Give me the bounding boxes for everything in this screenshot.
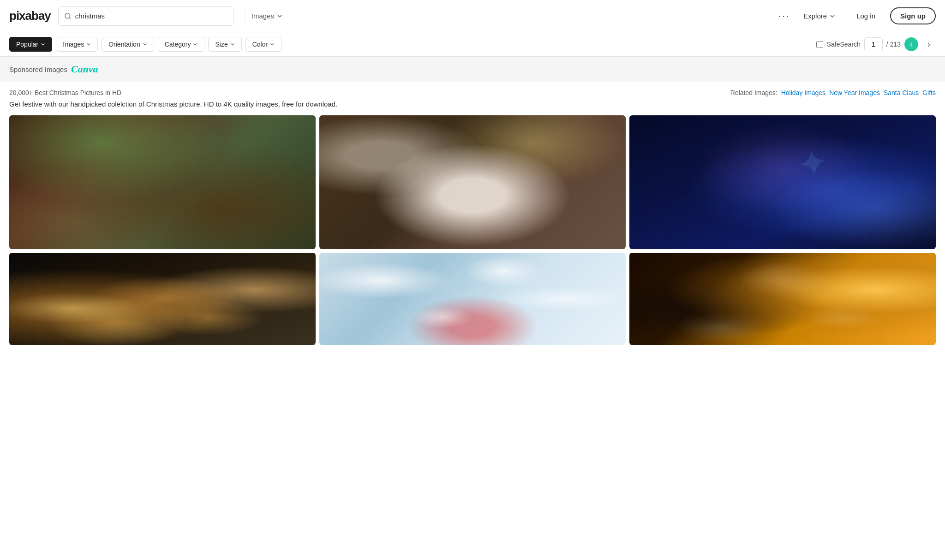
sponsored-bar: Sponsored Images Canva: [0, 57, 945, 82]
more-options-button[interactable]: ···: [778, 10, 789, 22]
filter-size[interactable]: Size: [208, 37, 241, 52]
search-icon: [64, 12, 72, 20]
image-thumbnail-5: [319, 253, 626, 345]
related-images-area: Related Images: Holiday Images New Year …: [730, 89, 936, 96]
media-type-button[interactable]: Images: [245, 8, 289, 24]
chevron-down-icon: [41, 42, 45, 47]
image-card-4[interactable]: [9, 253, 316, 345]
image-card-2[interactable]: [319, 115, 626, 249]
filter-images[interactable]: Images: [56, 37, 98, 52]
content-area: 20,000+ Best Christmas Pictures in HD Re…: [0, 82, 945, 352]
logo[interactable]: pixabay: [9, 9, 51, 23]
content-meta: 20,000+ Best Christmas Pictures in HD Re…: [9, 89, 936, 96]
filter-color[interactable]: Color: [245, 37, 281, 52]
search-bar: [58, 6, 233, 26]
chevron-down-icon: [830, 13, 835, 19]
filter-orientation[interactable]: Orientation: [102, 37, 154, 52]
safesearch-label: SafeSearch: [827, 41, 861, 48]
image-thumbnail-3: [629, 115, 936, 249]
safesearch-area: SafeSearch: [816, 41, 861, 48]
page-total: / 213: [886, 41, 901, 48]
content-title: 20,000+ Best Christmas Pictures in HD: [9, 89, 121, 96]
page-number-input[interactable]: [864, 37, 883, 51]
safesearch-checkbox[interactable]: [816, 41, 823, 48]
search-input[interactable]: [75, 12, 227, 20]
login-button[interactable]: Log in: [849, 8, 883, 24]
image-card-5[interactable]: [319, 253, 626, 345]
sponsored-label: Sponsored Images: [9, 66, 67, 73]
image-grid: [9, 115, 936, 345]
chevron-down-icon: [193, 42, 197, 47]
related-label: Related Images:: [730, 89, 778, 96]
image-card-1[interactable]: [9, 115, 316, 249]
related-link-holiday[interactable]: Holiday Images: [781, 89, 826, 96]
image-thumbnail-6: [629, 253, 936, 345]
chevron-down-icon: [86, 42, 91, 47]
chevron-down-icon: [143, 42, 147, 47]
chevron-down-icon: [277, 13, 282, 19]
filter-category[interactable]: Category: [158, 37, 205, 52]
chevron-down-icon: [270, 42, 275, 47]
signup-button[interactable]: Sign up: [890, 7, 936, 24]
related-link-gifts[interactable]: Gifts: [922, 89, 936, 96]
content-description: Get festive with our handpicked colelcti…: [9, 100, 936, 108]
image-thumbnail-4: [9, 253, 316, 345]
chevron-down-icon: [230, 42, 235, 47]
canva-logo[interactable]: Canva: [71, 63, 98, 75]
filter-popular[interactable]: Popular: [9, 37, 52, 52]
image-thumbnail-1: [9, 115, 316, 249]
related-link-santa[interactable]: Santa Claus: [884, 89, 919, 96]
explore-button[interactable]: Explore: [797, 8, 842, 24]
image-card-6[interactable]: [629, 253, 936, 345]
image-card-3[interactable]: [629, 115, 936, 249]
media-type-label: Images: [251, 12, 274, 20]
svg-point-0: [65, 13, 70, 18]
filter-bar: Popular Images Orientation Category Size…: [0, 32, 945, 57]
image-thumbnail-2: [319, 115, 626, 249]
page-next-button[interactable]: ›: [922, 37, 936, 51]
related-link-newyear[interactable]: New Year Images: [829, 89, 880, 96]
page-prev-button[interactable]: ‹: [904, 37, 918, 51]
svg-line-1: [69, 18, 71, 19]
header: pixabay Images ··· Explore Log in Sign u…: [0, 0, 945, 32]
